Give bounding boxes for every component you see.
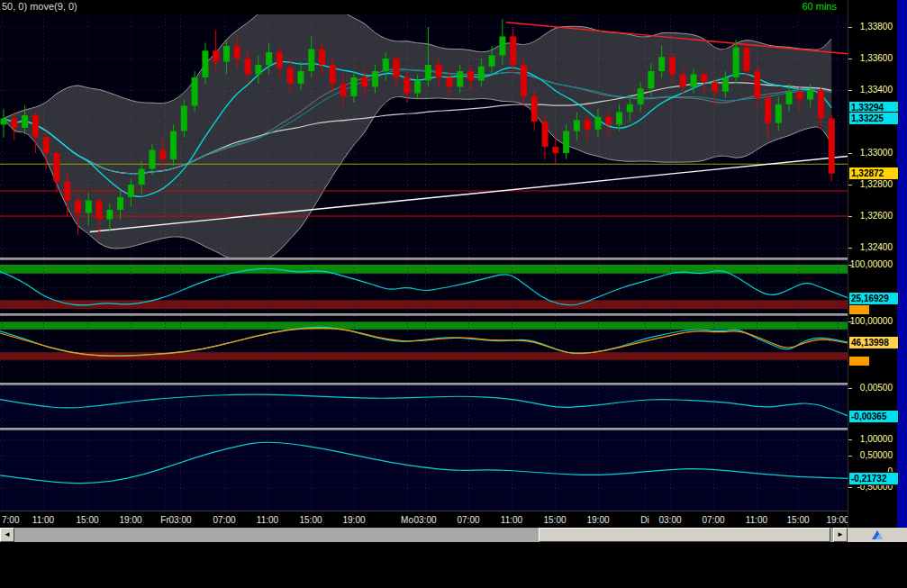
time-axis-label: Di: [640, 515, 649, 525]
indicator-pane-momentum[interactable]: [0, 385, 848, 428]
axis-tick-mark: [848, 59, 852, 59]
indicator-pane-stochastic-fast[interactable]: [0, 260, 848, 313]
time-axis-label: 15:00: [299, 515, 322, 525]
time-axis-label: 07:00: [702, 515, 724, 525]
axis-tick-mark: [848, 153, 852, 154]
current-value-marker: -0,00365: [848, 410, 899, 423]
axis-tick-mark: [848, 265, 852, 266]
time-axis-label: Fr: [160, 515, 168, 525]
time-axis-label: 19:00: [119, 515, 141, 525]
bollinger-band: [4, 14, 831, 258]
current-value-marker: 1,33225: [848, 112, 899, 125]
indicator-line: [0, 268, 848, 305]
price-axis-label: 100,00000: [850, 317, 893, 326]
zero-line-marker: [848, 356, 870, 366]
indicator-formula-label: 50, 0) move(9, 0): [2, 1, 77, 12]
scroll-left-button[interactable]: ◄: [0, 528, 14, 542]
current-value-marker: 46,13998: [848, 336, 899, 349]
chart-header-bar: 50, 0) move(9, 0) 60 mins: [0, 0, 907, 14]
axis-tick-mark: [848, 27, 852, 28]
time-axis-label: Mo: [401, 515, 413, 525]
axis-tick-mark: [848, 185, 852, 185]
time-axis-label: 07:00: [213, 515, 235, 525]
price-axis-label: 100,00000: [850, 260, 893, 269]
time-axis-label: 11:00: [501, 515, 522, 525]
price-axis[interactable]: 1,338001,336001,334001,332001,330001,328…: [848, 0, 897, 528]
time-axis-label: 15:00: [543, 515, 566, 525]
indicator-zone: [0, 321, 848, 329]
price-axis-label: 0,00500: [860, 384, 893, 393]
time-axis-label: 19:00: [826, 515, 848, 525]
price-axis-label: 1,00000: [860, 435, 893, 444]
time-axis-label: 11:00: [32, 515, 54, 525]
indicator-pane-oscillator[interactable]: [0, 430, 848, 511]
candlestick-chart[interactable]: [0, 14, 848, 258]
axis-tick-mark: [848, 321, 852, 322]
timeframe-label: 60 mins: [802, 1, 837, 12]
indicator-line: [0, 328, 848, 356]
trading-app-window: 50, 0) move(9, 0) 60 mins 1,338001,33600…: [0, 0, 907, 46]
axis-tick-mark: [848, 90, 852, 91]
scroll-thumb[interactable]: [539, 528, 830, 542]
price-axis-label: 0,50000: [860, 451, 893, 460]
time-axis-label: 7:00: [2, 515, 19, 525]
indicator-line: [0, 442, 848, 483]
axis-tick-mark: [848, 248, 852, 249]
time-axis-label: 07:00: [457, 515, 479, 525]
time-axis-label: 15:00: [786, 515, 809, 525]
current-value-marker: 25,16929: [848, 292, 899, 305]
horizontal-scrollbar[interactable]: ◄ ►: [0, 528, 848, 542]
price-axis-label: 1,33600: [860, 54, 893, 63]
current-value-marker: 1,32872: [848, 167, 899, 180]
indicator-pane-stochastic-slow[interactable]: [0, 316, 848, 383]
axis-tick-mark: [848, 487, 852, 488]
price-axis-label: 1,32600: [860, 212, 893, 221]
time-axis-label: 19:00: [586, 515, 609, 525]
indicator-zone: [0, 265, 848, 274]
time-axis-label: 11:00: [746, 515, 767, 525]
time-axis-label: 19:00: [342, 515, 365, 525]
scroll-right-button[interactable]: ►: [833, 528, 848, 542]
time-axis-label: 15:00: [76, 515, 98, 525]
axis-tick-mark: [848, 456, 852, 457]
indicator-line: [0, 394, 848, 416]
price-axis-label: 1,32800: [860, 180, 893, 189]
current-value-marker: -0,21732: [848, 472, 899, 485]
time-axis-label: 03:00: [658, 515, 681, 525]
price-axis-label: 1,33400: [860, 86, 893, 95]
right-margin-strip: [896, 0, 907, 528]
axis-tick-mark: [848, 388, 852, 389]
axis-tick-mark: [848, 216, 852, 217]
time-axis-label: 03:00: [168, 515, 191, 525]
axis-tick-mark: [848, 439, 852, 440]
price-axis-label: 1,33800: [860, 23, 893, 32]
time-axis[interactable]: 7:0011:0015:0019:00Fr03:0007:0011:0015:0…: [0, 511, 848, 529]
scrollbar-corner: [848, 528, 907, 542]
price-axis-label: 1,32400: [860, 243, 893, 252]
time-axis-label: 11:00: [257, 515, 278, 525]
zero-line-marker: [848, 304, 870, 315]
price-axis-label: 1,33000: [860, 149, 893, 158]
chart-shortcut-icon[interactable]: [871, 529, 884, 540]
time-axis-label: 03:00: [413, 515, 436, 525]
